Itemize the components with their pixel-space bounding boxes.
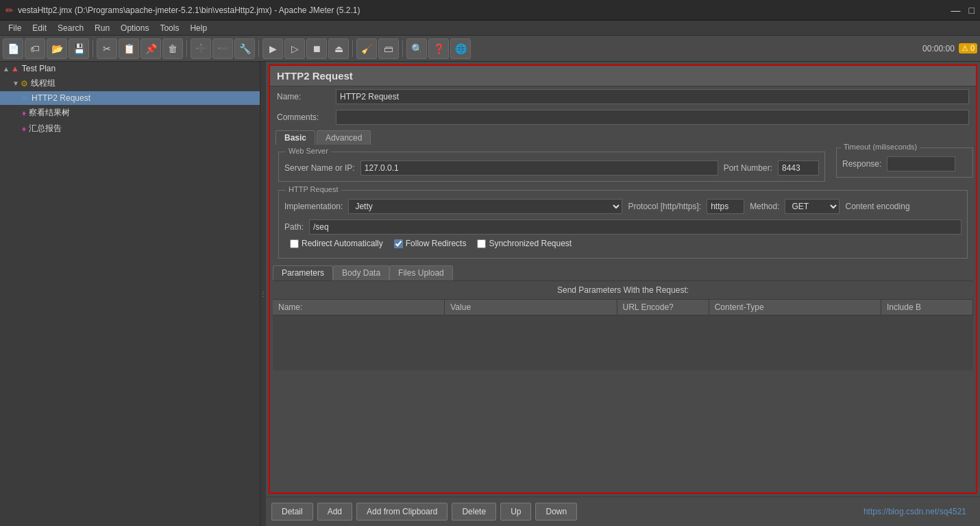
form-title: HTTP2 Request xyxy=(270,66,976,86)
checkbox-sync-request[interactable]: Synchronized Request xyxy=(477,239,572,248)
name-input[interactable] xyxy=(336,89,969,104)
sync-request-label: Synchronized Request xyxy=(489,239,572,248)
impl-row: Implementation: Jetty Java HttpClient4 P… xyxy=(284,199,961,214)
menu-edit[interactable]: Edit xyxy=(27,22,52,34)
checkbox-follow-redirects[interactable]: Follow Redirects xyxy=(394,239,467,248)
follow-redirects-label: Follow Redirects xyxy=(406,239,467,248)
sidebar-item-label-resulttree: 察看结果树 xyxy=(29,107,70,119)
menu-options[interactable]: Options xyxy=(115,22,154,34)
params-tab-bodydata[interactable]: Body Data xyxy=(333,265,389,280)
path-input[interactable] xyxy=(309,219,961,235)
response-label: Response: xyxy=(842,159,881,169)
sidebar-item-http2request[interactable]: ✏ HTTP2 Request xyxy=(0,91,260,105)
server-name-input[interactable] xyxy=(360,160,718,176)
follow-redirects-checkbox[interactable] xyxy=(394,239,403,248)
tree-toggle-testplan: ▲ xyxy=(3,65,10,73)
tab-basic[interactable]: Basic xyxy=(275,130,315,145)
sidebar-item-summaryreport[interactable]: ♦ 汇总报告 xyxy=(0,121,260,136)
toolbar-copy[interactable]: 📋 xyxy=(119,38,139,59)
sidebar-collapse-handle[interactable]: ⋮ xyxy=(260,62,266,526)
toolbar-settings[interactable]: 🔧 xyxy=(234,38,255,59)
port-input[interactable] xyxy=(778,160,819,176)
params-header: Send Parameters With the Request: xyxy=(273,281,973,300)
toolbar-start-no-pauses[interactable]: ▷ xyxy=(284,38,305,59)
toolbar-help[interactable]: ❓ xyxy=(428,38,449,59)
col-header-encode: URL Encode? xyxy=(617,300,709,315)
footer-link[interactable]: https://blog.csdn.net/sq4521 xyxy=(863,507,975,516)
toolbar-templates[interactable]: 🏷 xyxy=(25,38,45,59)
sidebar: ▲ ▲ Test Plan ▼ ⚙ 线程组 ✏ HTTP2 Request ♦ … xyxy=(0,62,260,526)
toolbar-clear-all[interactable]: 🗃 xyxy=(378,38,399,59)
impl-select[interactable]: Jetty Java HttpClient4 xyxy=(348,199,622,214)
params-body xyxy=(273,315,973,370)
http-form: HTTP2 Request Name: Comments: Basic Adva… xyxy=(269,64,977,494)
add-button[interactable]: Add xyxy=(317,503,352,521)
maximize-button[interactable]: □ xyxy=(969,5,975,16)
toolbar-new[interactable]: 📄 xyxy=(3,38,23,59)
checkbox-redirect-auto[interactable]: Redirect Automatically xyxy=(290,239,383,248)
toolbar-cut[interactable]: ✂ xyxy=(97,38,117,59)
params-tab-bar: Parameters Body Data Files Upload xyxy=(273,263,973,281)
method-select[interactable]: GET POST PUT DELETE xyxy=(785,199,840,214)
toolbar-start[interactable]: ▶ xyxy=(262,38,283,59)
minimize-button[interactable]: — xyxy=(951,5,961,16)
toolbar-remote[interactable]: 🌐 xyxy=(450,38,471,59)
title-bar: ✏ vestaHttp2.jmx (D:\Programs\apache-jme… xyxy=(0,0,980,21)
toolbar-sep3 xyxy=(258,40,259,57)
sidebar-item-testplan[interactable]: ▲ ▲ Test Plan xyxy=(0,62,260,75)
toolbar-search[interactable]: 🔍 xyxy=(406,38,427,59)
redirect-auto-label: Redirect Automatically xyxy=(302,239,383,248)
protocol-input[interactable] xyxy=(707,199,744,214)
toolbar-remove[interactable]: ➖ xyxy=(212,38,233,59)
delete-button[interactable]: Delete xyxy=(452,503,496,521)
testplan-icon: ▲ xyxy=(11,64,19,73)
toolbar-save[interactable]: 💾 xyxy=(69,38,89,59)
bottom-bar: Detail Add Add from Clipboard Delete Up … xyxy=(266,497,980,526)
menu-tools[interactable]: Tools xyxy=(154,22,184,34)
path-row: Path: xyxy=(284,219,961,235)
sidebar-item-resulttree[interactable]: ♦ 察看结果树 xyxy=(0,105,260,121)
toolbar-clear[interactable]: 🧹 xyxy=(356,38,377,59)
detail-button[interactable]: Detail xyxy=(271,503,313,521)
redirect-auto-checkbox[interactable] xyxy=(290,239,299,248)
toolbar-sep2 xyxy=(186,40,187,57)
sidebar-item-label-threadgroup: 线程组 xyxy=(31,77,56,89)
server-name-row: Server Name or IP: Port Number: xyxy=(284,160,819,176)
params-tab-parameters[interactable]: Parameters xyxy=(273,265,333,280)
toolbar-delete[interactable]: 🗑 xyxy=(162,38,183,59)
sidebar-item-threadgroup[interactable]: ▼ ⚙ 线程组 xyxy=(0,75,260,91)
protocol-label: Protocol [http/https]: xyxy=(628,202,701,211)
comments-input[interactable] xyxy=(336,110,969,125)
content-enc-label: Content encoding xyxy=(845,202,909,211)
response-input[interactable] xyxy=(887,156,955,171)
webserver-fieldset: Web Server Server Name or IP: Port Numbe… xyxy=(278,152,825,182)
httprequest-fieldset: HTTP Request Implementation: Jetty Java … xyxy=(278,190,968,259)
add-from-clipboard-button[interactable]: Add from Clipboard xyxy=(356,503,448,521)
menu-search[interactable]: Search xyxy=(52,22,89,34)
app-icon: ✏ xyxy=(5,5,14,16)
menu-help[interactable]: Help xyxy=(184,22,212,34)
sync-request-checkbox[interactable] xyxy=(477,239,486,248)
tab-content: Web Server Server Name or IP: Port Numbe… xyxy=(270,145,976,373)
warning-badge: ⚠ 0 xyxy=(959,43,977,53)
toolbar: 📄 🏷 📂 💾 ✂ 📋 📌 🗑 ➕ ➖ 🔧 ▶ ▷ ⏹ ⏏ 🧹 🗃 🔍 ❓ 🌐 … xyxy=(0,36,980,62)
sidebar-item-label-summaryreport: 汇总报告 xyxy=(29,123,62,134)
up-button[interactable]: Up xyxy=(500,503,531,521)
col-header-ctype: Content-Type xyxy=(709,300,881,315)
toolbar-stop[interactable]: ⏹ xyxy=(306,38,327,59)
server-name-label: Server Name or IP: xyxy=(284,163,355,173)
menu-run[interactable]: Run xyxy=(89,22,115,34)
sidebar-item-label-http2request: HTTP2 Request xyxy=(32,93,90,103)
menu-file[interactable]: File xyxy=(3,22,27,34)
toolbar-open[interactable]: 📂 xyxy=(47,38,67,59)
toolbar-paste[interactable]: 📌 xyxy=(140,38,161,59)
comments-label: Comments: xyxy=(277,112,332,122)
params-tab-filesupload[interactable]: Files Upload xyxy=(389,265,453,280)
resulttree-icon: ♦ xyxy=(22,108,26,118)
elapsed-time: 00:00:00 xyxy=(922,44,955,53)
toolbar-shutdown[interactable]: ⏏ xyxy=(328,38,349,59)
down-button[interactable]: Down xyxy=(535,503,577,521)
toolbar-add[interactable]: ➕ xyxy=(191,38,211,59)
tab-advanced[interactable]: Advanced xyxy=(317,130,371,145)
webserver-legend: Web Server xyxy=(286,147,331,155)
